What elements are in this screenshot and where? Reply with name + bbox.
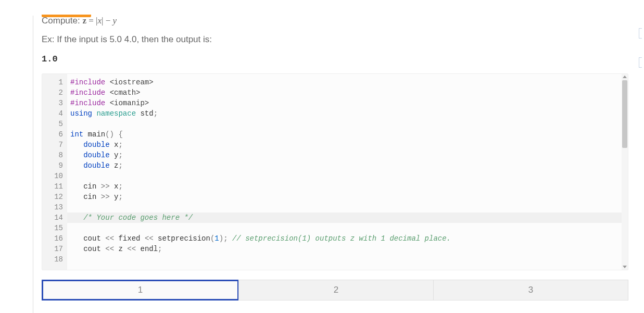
code-line[interactable]: using namespace std; bbox=[67, 108, 622, 119]
line-number: 9 bbox=[42, 160, 67, 171]
scroll-thumb[interactable] bbox=[622, 80, 627, 148]
example-output: 1.0 bbox=[42, 54, 628, 64]
formula-abs-r: | bbox=[102, 16, 103, 26]
code-line[interactable]: double y; bbox=[67, 150, 622, 160]
line-number: 2 bbox=[42, 87, 67, 98]
code-line[interactable] bbox=[67, 171, 622, 181]
formula-minus: − bbox=[106, 16, 111, 26]
line-number: 16 bbox=[42, 233, 67, 244]
vertical-scrollbar[interactable] bbox=[622, 74, 628, 270]
tab-1[interactable]: 1 bbox=[42, 280, 239, 301]
code-area[interactable]: #include <iostream>#include <cmath>#incl… bbox=[67, 74, 622, 270]
line-number: 11 bbox=[42, 181, 67, 192]
line-number: 4 bbox=[42, 108, 67, 119]
right-bracket-icons bbox=[639, 28, 642, 86]
line-number: 3 bbox=[42, 98, 67, 108]
line-number: 17 bbox=[42, 244, 67, 254]
code-line[interactable]: #include <iomanip> bbox=[67, 98, 622, 108]
line-number: 1 bbox=[42, 77, 67, 87]
bracket-icon bbox=[639, 57, 642, 68]
code-line[interactable] bbox=[67, 223, 622, 233]
line-number: 18 bbox=[42, 254, 67, 265]
code-line[interactable]: cout << fixed << setprecision(1); // set… bbox=[67, 233, 622, 244]
example-text: Ex: If the input is 5.0 4.0, then the ou… bbox=[42, 34, 628, 45]
bracket-icon bbox=[639, 28, 642, 39]
code-line[interactable]: /* Your code goes here */ bbox=[67, 212, 622, 223]
line-number: 13 bbox=[42, 202, 67, 212]
line-number: 6 bbox=[42, 129, 67, 140]
code-line[interactable]: double z; bbox=[67, 160, 622, 171]
code-editor[interactable]: 123456789101112131415161718 #include <io… bbox=[42, 73, 628, 270]
line-number: 7 bbox=[42, 140, 67, 150]
left-rule bbox=[33, 16, 33, 313]
line-number: 8 bbox=[42, 150, 67, 160]
line-number: 12 bbox=[42, 192, 67, 202]
accent-bar bbox=[42, 15, 91, 17]
formula-y: y bbox=[113, 16, 117, 26]
line-number: 14 bbox=[42, 212, 67, 223]
code-line[interactable]: double x; bbox=[67, 140, 622, 150]
code-line[interactable]: cin >> y; bbox=[67, 192, 622, 202]
tab-3[interactable]: 3 bbox=[433, 280, 628, 301]
code-line[interactable] bbox=[67, 254, 622, 265]
code-line[interactable]: #include <iostream> bbox=[67, 77, 622, 87]
line-number: 5 bbox=[42, 119, 67, 129]
code-line[interactable]: cin >> x; bbox=[67, 181, 622, 192]
step-tabs: 123 bbox=[42, 280, 628, 301]
editor-viewport: 123456789101112131415161718 #include <io… bbox=[42, 74, 622, 270]
code-line[interactable] bbox=[67, 119, 622, 129]
line-number-gutter: 123456789101112131415161718 bbox=[42, 74, 67, 270]
line-number: 10 bbox=[42, 171, 67, 181]
tab-2[interactable]: 2 bbox=[238, 280, 434, 301]
code-line[interactable]: #include <cmath> bbox=[67, 87, 622, 98]
code-line[interactable]: cout << z << endl; bbox=[67, 244, 622, 254]
page: Compute: z = |x| − y Ex: If the input is… bbox=[0, 16, 644, 313]
code-line[interactable]: int main() { bbox=[67, 129, 622, 140]
line-number: 15 bbox=[42, 223, 67, 233]
code-line[interactable] bbox=[67, 202, 622, 212]
formula-x: x bbox=[97, 16, 102, 26]
prompt-line: Compute: z = |x| − y bbox=[42, 16, 628, 26]
